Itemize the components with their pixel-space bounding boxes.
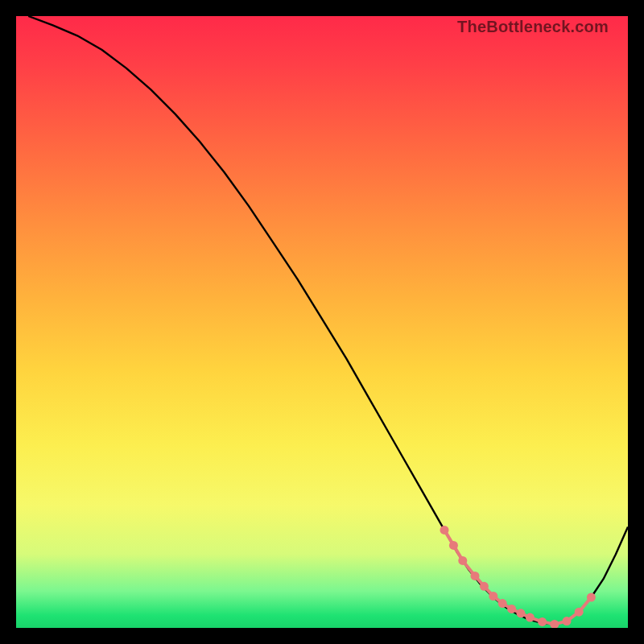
valley-marker xyxy=(449,541,458,550)
valley-markers xyxy=(440,526,596,628)
valley-marker xyxy=(507,605,516,613)
valley-marker xyxy=(587,593,596,602)
valley-marker xyxy=(575,608,584,617)
valley-marker xyxy=(538,617,547,626)
valley-marker xyxy=(440,526,449,535)
valley-marker xyxy=(458,556,467,565)
main-curve xyxy=(28,16,628,624)
plot-area: TheBottleneck.com xyxy=(16,16,628,628)
valley-marker xyxy=(563,617,572,625)
valley-marker xyxy=(480,582,489,591)
valley-marker xyxy=(517,609,526,617)
chart-svg xyxy=(16,16,628,628)
valley-marker xyxy=(550,620,559,628)
valley-marker xyxy=(526,613,535,622)
valley-marker xyxy=(471,572,480,580)
valley-marker xyxy=(489,592,497,601)
valley-marker xyxy=(498,599,507,608)
chart-frame: TheBottleneck.com xyxy=(0,0,644,644)
